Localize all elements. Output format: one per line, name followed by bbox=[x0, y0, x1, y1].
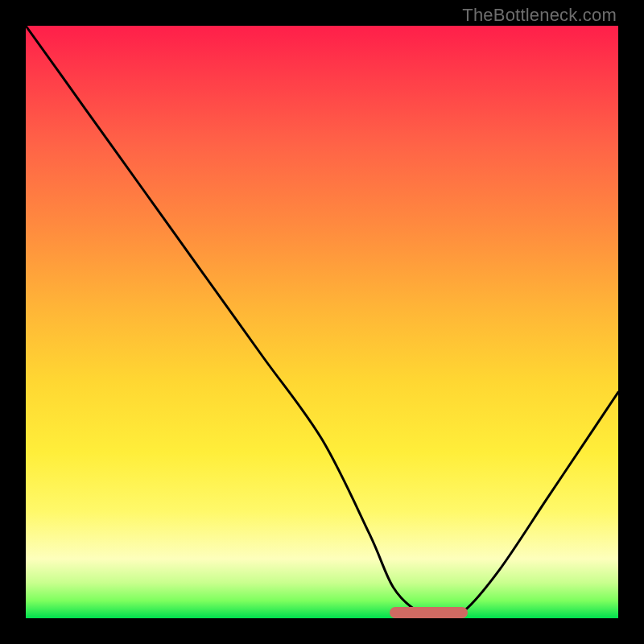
curve-path bbox=[26, 26, 618, 617]
optimal-range-marker bbox=[390, 607, 467, 618]
plot-area bbox=[26, 26, 618, 618]
chart-frame: TheBottleneck.com bbox=[0, 0, 644, 644]
watermark-text: TheBottleneck.com bbox=[462, 5, 617, 26]
bottleneck-curve bbox=[26, 26, 618, 618]
